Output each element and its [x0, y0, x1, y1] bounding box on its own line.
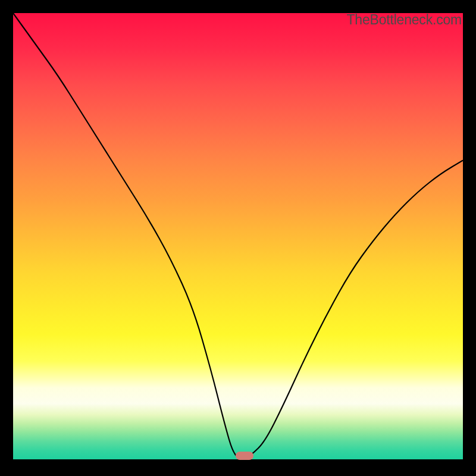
bottleneck-curve — [13, 13, 463, 459]
chart-frame: TheBottleneck.com — [0, 0, 476, 476]
optimal-marker — [236, 452, 253, 460]
curve-path — [13, 13, 463, 458]
